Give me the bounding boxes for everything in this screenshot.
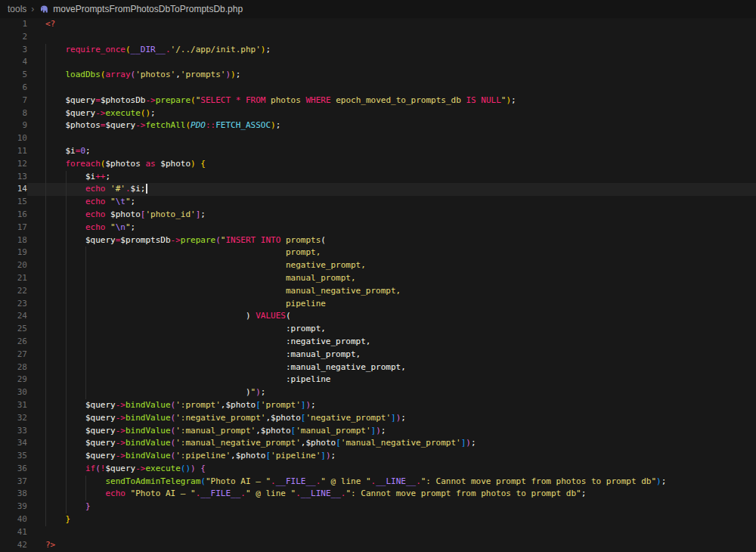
code-text: require_once(__DIR__.'/../app/init.php')…	[27, 44, 756, 57]
code-line[interactable]: 29 :pipeline	[0, 374, 756, 386]
line-number[interactable]: 14	[0, 183, 27, 196]
code-line[interactable]: 17 echo "\n";	[0, 222, 756, 234]
code-line[interactable]: 41	[0, 526, 756, 539]
code-line[interactable]: 22 manual_negative_prompt,	[0, 285, 756, 298]
code-text: manual_negative_prompt,	[27, 285, 756, 298]
code-line[interactable]: 13 $i++;	[0, 171, 756, 184]
code-line[interactable]: 21 manual_prompt,	[0, 272, 756, 285]
code-line[interactable]: 32 $query->bindValue(':negative_prompt',…	[0, 412, 756, 425]
code-line[interactable]: 28 :manual_negative_prompt,	[0, 361, 756, 374]
code-line[interactable]: 24 ) VALUES(	[0, 310, 756, 323]
php-elephant-icon	[39, 4, 49, 14]
code-editor[interactable]: 1<?23 require_once(__DIR__.'/../app/init…	[0, 18, 756, 552]
breadcrumb-file[interactable]: movePromptsFromPhotosDbToPromptsDb.php	[39, 4, 243, 14]
code-line[interactable]: 3 require_once(__DIR__.'/../app/init.php…	[0, 44, 756, 57]
code-line[interactable]: 1<?	[0, 18, 756, 31]
code-line[interactable]: 30 )");	[0, 386, 756, 399]
line-number[interactable]: 38	[0, 488, 27, 501]
line-number[interactable]: 41	[0, 526, 27, 539]
line-number[interactable]: 27	[0, 349, 27, 361]
code-line[interactable]: 36 if(!$query->execute()) {	[0, 463, 756, 476]
line-number[interactable]: 17	[0, 222, 27, 234]
code-line[interactable]: 31 $query->bindValue(':prompt',$photo['p…	[0, 399, 756, 412]
line-number[interactable]: 22	[0, 285, 27, 298]
line-number[interactable]: 11	[0, 145, 27, 158]
code-text	[27, 56, 756, 69]
code-line[interactable]: 7 $query=$photosDb->prepare("SELECT * FR…	[0, 95, 756, 107]
line-number[interactable]: 12	[0, 158, 27, 171]
line-number[interactable]: 21	[0, 272, 27, 285]
line-number[interactable]: 4	[0, 56, 27, 69]
code-line[interactable]: 42?>	[0, 539, 756, 552]
code-line[interactable]: 15 echo "\t";	[0, 196, 756, 209]
code-line[interactable]: 6	[0, 82, 756, 95]
line-number[interactable]: 10	[0, 132, 27, 145]
code-line[interactable]: 26 :negative_prompt,	[0, 336, 756, 349]
code-line[interactable]: 18 $query=$promptsDb->prepare("INSERT IN…	[0, 234, 756, 247]
code-text	[27, 526, 756, 539]
code-text: manual_prompt,	[27, 272, 756, 285]
line-number[interactable]: 25	[0, 323, 27, 336]
code-line[interactable]: 35 $query->bindValue(':pipeline',$photo[…	[0, 450, 756, 463]
line-number[interactable]: 13	[0, 171, 27, 184]
code-line[interactable]: 9 $photos=$query->fetchAll(PDO::FETCH_AS…	[0, 119, 756, 132]
code-line[interactable]: 2	[0, 31, 756, 44]
code-line[interactable]: 20 negative_prompt,	[0, 259, 756, 272]
line-number[interactable]: 26	[0, 336, 27, 349]
code-line[interactable]: 40 }	[0, 513, 756, 526]
line-number[interactable]: 3	[0, 44, 27, 57]
line-number[interactable]: 40	[0, 513, 27, 526]
line-number[interactable]: 32	[0, 412, 27, 425]
line-number[interactable]: 29	[0, 374, 27, 386]
line-number[interactable]: 34	[0, 437, 27, 450]
code-line[interactable]: 37 sendToAdminTelegram("Photo AI — ".__F…	[0, 476, 756, 488]
code-line[interactable]: 4	[0, 56, 756, 69]
line-number[interactable]: 5	[0, 69, 27, 82]
line-number[interactable]: 35	[0, 450, 27, 463]
line-number[interactable]: 7	[0, 95, 27, 107]
line-number[interactable]: 15	[0, 196, 27, 209]
code-text: $query->bindValue(':negative_prompt',$ph…	[27, 412, 756, 425]
breadcrumb-folder[interactable]: tools	[8, 4, 26, 14]
line-number[interactable]: 1	[0, 18, 27, 31]
code-text: $i=0;	[27, 145, 756, 158]
code-line[interactable]: 38 echo "Photo AI — ".__FILE__." @ line …	[0, 488, 756, 501]
code-line[interactable]: 8 $query->execute();	[0, 107, 756, 120]
line-number[interactable]: 18	[0, 234, 27, 247]
line-number[interactable]: 33	[0, 425, 27, 438]
line-number[interactable]: 9	[0, 119, 27, 132]
line-number[interactable]: 30	[0, 386, 27, 399]
line-number[interactable]: 36	[0, 463, 27, 476]
line-number[interactable]: 19	[0, 247, 27, 259]
line-number[interactable]: 16	[0, 209, 27, 222]
code-text: negative_prompt,	[27, 259, 756, 272]
code-text: <?	[27, 18, 756, 31]
line-number[interactable]: 39	[0, 501, 27, 513]
code-line[interactable]: 39 }	[0, 501, 756, 513]
code-line[interactable]: 33 $query->bindValue(':manual_prompt',$p…	[0, 425, 756, 438]
code-line[interactable]: 25 :prompt,	[0, 323, 756, 336]
code-line[interactable]: 12 foreach($photos as $photo) {	[0, 158, 756, 171]
code-line[interactable]: 11 $i=0;	[0, 145, 756, 158]
line-number[interactable]: 42	[0, 539, 27, 552]
line-number[interactable]: 6	[0, 82, 27, 95]
code-text: ) VALUES(	[27, 310, 756, 323]
code-text: $query->bindValue(':manual_prompt',$phot…	[27, 425, 756, 438]
code-line[interactable]: 19 prompt,	[0, 247, 756, 259]
code-line[interactable]: 14 echo '#'.$i;	[0, 183, 756, 196]
line-number[interactable]: 31	[0, 399, 27, 412]
line-number[interactable]: 37	[0, 476, 27, 488]
code-line[interactable]: 5 loadDbs(array('photos','prompts'));	[0, 69, 756, 82]
line-number[interactable]: 23	[0, 298, 27, 311]
line-number[interactable]: 20	[0, 259, 27, 272]
code-text: echo "\n";	[27, 222, 756, 234]
code-line[interactable]: 23 pipeline	[0, 298, 756, 311]
code-line[interactable]: 16 echo $photo['photo_id'];	[0, 209, 756, 222]
line-number[interactable]: 24	[0, 310, 27, 323]
line-number[interactable]: 2	[0, 31, 27, 44]
code-line[interactable]: 27 :manual_prompt,	[0, 349, 756, 361]
code-line[interactable]: 10	[0, 132, 756, 145]
code-line[interactable]: 34 $query->bindValue(':manual_negative_p…	[0, 437, 756, 450]
line-number[interactable]: 8	[0, 107, 27, 120]
line-number[interactable]: 28	[0, 361, 27, 374]
